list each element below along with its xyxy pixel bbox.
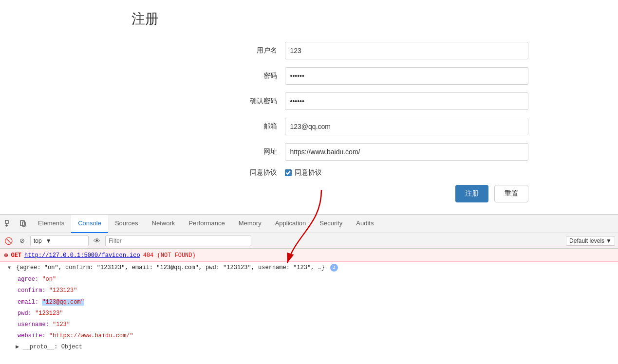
console-toolbar: 🚫 ⊘ top ▼ 👁 Default levels ▼ (0, 233, 618, 249)
password-label: 密码 (238, 72, 277, 80)
prop-username: username: "123" (0, 319, 618, 330)
prop-email: email: "123@qq.com" (0, 297, 618, 308)
pwd-key: pwd: (18, 310, 32, 317)
prop-agree: agree: "on" (0, 274, 618, 285)
console-output: ⊗ GET http://127.0.0.1:5000/favicon.ico … (0, 249, 618, 364)
website-key: website: (18, 332, 46, 339)
tab-network[interactable]: Network (145, 215, 182, 233)
expand-triangle[interactable]: ▼ (8, 265, 11, 271)
confirm-input[interactable] (285, 92, 528, 110)
prop-confirm: confirm: "123123" (0, 285, 618, 296)
tab-application[interactable]: Application (268, 215, 313, 233)
context-dropdown-icon: ▼ (46, 237, 52, 244)
submit-button[interactable]: 注册 (455, 185, 488, 202)
devtools-tabbar: Elements Console Sources Network Perform… (0, 215, 618, 233)
tab-sources[interactable]: Sources (108, 215, 145, 233)
tab-elements[interactable]: Elements (31, 215, 71, 233)
prop-website: website: "https://www.baidu.com/" (0, 330, 618, 342)
pwd-val: "123123" (35, 310, 63, 317)
confirm-label: 确认密码 (238, 97, 277, 106)
email-key: email: (18, 299, 38, 306)
agree-val: "on" (42, 276, 56, 283)
username-val: "123" (53, 321, 70, 328)
proto-text: ▶ __proto__: Object (16, 344, 82, 350)
level-dropdown-icon: ▼ (606, 237, 612, 244)
password-input[interactable] (285, 67, 528, 85)
confirm-key: confirm: (18, 287, 46, 294)
svg-rect-1 (5, 220, 8, 223)
email-val: "123@qq.com" (42, 299, 84, 306)
error-method: GET (11, 252, 21, 259)
filter-icon[interactable]: ⊘ (17, 236, 27, 246)
website-val: "https://www.baidu.com/" (49, 332, 133, 339)
username-label: 用户名 (238, 46, 277, 55)
tab-console[interactable]: Console (71, 215, 108, 233)
confirm-val: "123123" (49, 287, 77, 294)
username-key: username: (18, 321, 49, 328)
error-circle-icon: ⊗ (4, 251, 8, 259)
info-icon: i (330, 264, 338, 272)
console-object-row[interactable]: ▼ {agree: "on", confirm: "123123", email… (0, 262, 618, 274)
agree-label: 同意协议 (238, 168, 277, 177)
agree-checkbox-label: 同意协议 (295, 168, 322, 177)
proto-row[interactable]: ▶ __proto__: Object (0, 342, 618, 353)
tab-performance[interactable]: Performance (182, 215, 231, 233)
level-label: Default levels (569, 237, 604, 244)
website-input[interactable] (285, 143, 528, 161)
email-input[interactable] (285, 118, 528, 135)
email-label: 邮箱 (238, 122, 277, 131)
tab-security[interactable]: Security (313, 215, 349, 233)
reset-button[interactable]: 重置 (494, 185, 528, 202)
agree-checkbox[interactable] (285, 169, 292, 176)
agree-key: agree: (18, 276, 38, 283)
eye-icon[interactable]: 👁 (92, 236, 102, 246)
filter-input[interactable] (105, 236, 251, 246)
tab-audits[interactable]: Audits (349, 215, 380, 233)
level-selector[interactable]: Default levels ▼ (566, 236, 615, 246)
device-toolbar-icon[interactable] (17, 217, 30, 231)
context-selector[interactable]: top ▼ (30, 236, 89, 246)
error-status: 404 (NOT FOUND) (143, 252, 196, 259)
tab-memory[interactable]: Memory (232, 215, 268, 233)
username-input[interactable] (285, 42, 528, 59)
console-error-row: ⊗ GET http://127.0.0.1:5000/favicon.ico … (0, 249, 618, 262)
page-title: 注册 (131, 10, 159, 28)
website-label: 网址 (238, 147, 277, 156)
inspect-element-icon[interactable] (2, 217, 16, 231)
object-summary: {agree: "on", confirm: "123123", email: … (16, 264, 325, 271)
prop-pwd: pwd: "123123" (0, 308, 618, 319)
error-url[interactable]: http://127.0.0.1:5000/favicon.ico (24, 252, 140, 259)
clear-console-icon[interactable]: 🚫 (3, 236, 14, 246)
context-value: top (34, 237, 42, 244)
